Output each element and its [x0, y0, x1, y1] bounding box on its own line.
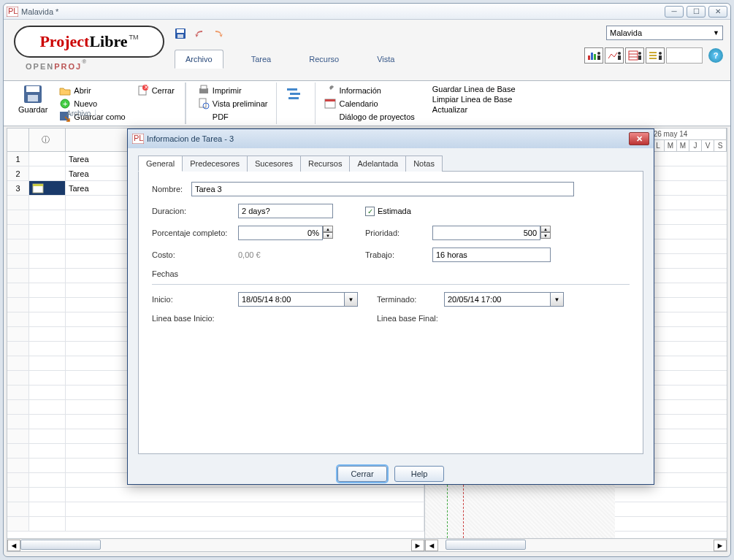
- spin-down-icon[interactable]: ▼: [540, 232, 551, 239]
- scroll-left-button[interactable]: ◄: [7, 540, 20, 551]
- tab-sucesores[interactable]: Sucesores: [247, 156, 301, 172]
- svg-rect-4: [177, 34, 183, 38]
- scroll-right-button[interactable]: ►: [411, 540, 424, 551]
- scroll-thumb[interactable]: [446, 540, 526, 550]
- calendario-button[interactable]: Calendario: [321, 97, 417, 110]
- dialogo-button[interactable]: Diálogo de proyectos: [321, 110, 417, 123]
- costo-label: Costo:: [152, 250, 238, 259]
- estimada-checkbox[interactable]: ✓: [365, 207, 375, 216]
- guardar-linea-button[interactable]: Guardar Linea de Base: [429, 84, 519, 94]
- prioridad-spinner[interactable]: ▲▼: [432, 226, 551, 240]
- informacion-button[interactable]: Información: [321, 84, 417, 97]
- gantt-icon[interactable]: [283, 84, 309, 107]
- svg-rect-17: [649, 52, 657, 53]
- pdf-button[interactable]: PDF: [195, 110, 271, 123]
- dropdown-icon[interactable]: ▼: [551, 292, 564, 307]
- calendar-small-icon: [32, 183, 44, 193]
- tab-vista[interactable]: Vista: [367, 50, 405, 68]
- preview-icon: [198, 98, 210, 110]
- scroll-thumb[interactable]: [20, 540, 101, 550]
- svg-rect-24: [28, 95, 38, 101]
- fechas-label: Fechas: [152, 269, 630, 278]
- duracion-label: Duracion:: [152, 207, 238, 215]
- line-person-icon[interactable]: [605, 47, 624, 64]
- floppy-icon: [23, 84, 43, 104]
- new-icon: +: [59, 98, 71, 110]
- terminado-datepicker[interactable]: ▼: [444, 292, 564, 307]
- calendar-icon: [324, 98, 336, 110]
- limpiar-linea-button[interactable]: Limpiar Linea de Base: [429, 94, 519, 104]
- trabajo-input[interactable]: [432, 248, 551, 262]
- svg-point-10: [618, 52, 621, 55]
- imprimir-button[interactable]: Imprimir: [195, 84, 271, 97]
- abrir-button[interactable]: Abrir: [56, 84, 128, 97]
- maximize-button[interactable]: ☐: [687, 6, 706, 18]
- titlebar: PL Malavida * ─ ☐ ✕: [4, 4, 730, 20]
- svg-text:×: ×: [144, 85, 148, 91]
- info-icon: ⓘ: [42, 134, 53, 146]
- porcentaje-spinner[interactable]: ▲▼: [238, 226, 333, 240]
- inicio-datepicker[interactable]: ▼: [238, 292, 358, 307]
- scroll-left-button[interactable]: ◄: [425, 540, 438, 551]
- task-info-dialog: PL Informacion de Tarea - 3 ✕ General Pr…: [127, 129, 654, 485]
- col-info: ⓘ: [29, 129, 66, 151]
- tab-predecesores[interactable]: Predecesores: [182, 156, 248, 172]
- terminado-label: Terminado:: [377, 295, 444, 304]
- logo: ProjectLibreTM: [14, 26, 164, 58]
- dialog-tabs: General Predecesores Sucesores Recursos …: [138, 156, 643, 172]
- chart-person-icon[interactable]: [584, 47, 603, 64]
- duracion-input[interactable]: [238, 204, 333, 218]
- cerrar-button[interactable]: Cerrar: [337, 466, 387, 482]
- dialog-close-button[interactable]: ✕: [629, 132, 649, 145]
- minimize-button[interactable]: ─: [665, 6, 684, 18]
- prioridad-label: Prioridad:: [365, 229, 432, 237]
- app-icon: PL: [7, 7, 18, 17]
- redo-icon[interactable]: [211, 27, 226, 40]
- dropdown-icon[interactable]: ▼: [345, 292, 358, 307]
- quick-access-toolbar: [173, 26, 226, 42]
- help-icon[interactable]: ?: [708, 48, 723, 63]
- empty-tool: [666, 47, 703, 64]
- spin-up-icon[interactable]: ▲: [323, 226, 333, 232]
- tab-adelantada[interactable]: Adelantada: [349, 156, 406, 172]
- guardar-button[interactable]: Guardar: [12, 83, 53, 115]
- svg-rect-12: [629, 51, 638, 60]
- scroll-right-button[interactable]: ►: [714, 540, 727, 551]
- svg-rect-6: [591, 53, 593, 60]
- nombre-input[interactable]: [191, 182, 574, 196]
- save-icon[interactable]: [173, 27, 188, 40]
- ribbon-group-archivo: Archivo: [62, 110, 96, 118]
- printer-icon: [198, 85, 210, 96]
- tab-notas[interactable]: Notas: [405, 156, 443, 172]
- svg-rect-5: [588, 55, 590, 60]
- help-button[interactable]: Help: [394, 466, 444, 482]
- pdf-icon: [198, 111, 210, 123]
- nombre-label: Nombre:: [152, 185, 191, 193]
- undo-icon[interactable]: [192, 27, 207, 40]
- vista-preliminar-button[interactable]: Vista preliminar: [195, 97, 271, 110]
- dialog-titlebar[interactable]: PL Informacion de Tarea - 3 ✕: [128, 129, 654, 148]
- svg-rect-37: [288, 97, 299, 99]
- tab-recursos[interactable]: Recursos: [300, 156, 350, 172]
- tab-recurso[interactable]: Recurso: [299, 50, 349, 68]
- openproj-label: OPENPROJ®: [26, 59, 88, 72]
- nuevo-button[interactable]: +Nuevo: [56, 97, 128, 110]
- project-dropdown[interactable]: Malavida ▼: [606, 26, 723, 40]
- porcentaje-label: Porcentaje completo:: [152, 229, 238, 237]
- grid-person-icon[interactable]: [625, 47, 644, 64]
- svg-text:PL: PL: [8, 7, 18, 15]
- cerrar-button[interactable]: ×Cerrar: [134, 84, 177, 97]
- actualizar-button[interactable]: Actualizar: [429, 104, 519, 115]
- spin-down-icon[interactable]: ▼: [323, 232, 333, 239]
- tab-archivo[interactable]: Archivo: [175, 50, 223, 69]
- spin-up-icon[interactable]: ▲: [540, 226, 551, 232]
- inicio-label: Inicio:: [152, 295, 238, 304]
- svg-rect-9: [597, 55, 600, 60]
- tab-general[interactable]: General: [138, 156, 183, 172]
- close-button[interactable]: ✕: [708, 6, 727, 18]
- bars-person-icon[interactable]: [646, 47, 665, 64]
- tab-tarea[interactable]: Tarea: [241, 50, 282, 68]
- linea-final-label: Linea base Final:: [377, 314, 465, 323]
- svg-rect-11: [618, 55, 621, 60]
- svg-rect-41: [33, 184, 43, 186]
